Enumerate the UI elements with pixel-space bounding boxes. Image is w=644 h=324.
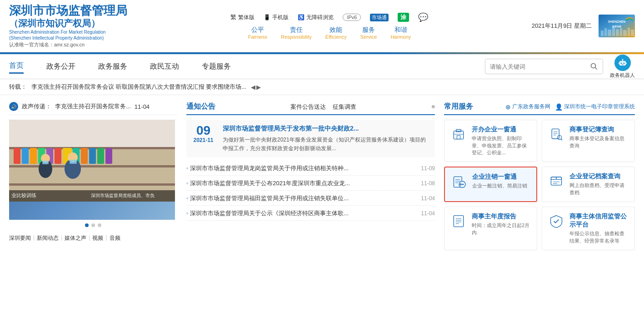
svg-rect-70 [454,216,463,227]
guangdong-icon: ⊕ [505,103,511,111]
dot-3[interactable] [98,223,101,227]
seal-label: 深圳市统一电子印章管理系统 [564,103,635,111]
news-item-3-text[interactable]: 深圳市市场监督管理局福田监管局关于停用或注销失联单位... [186,194,416,202]
open-enterprise-icon [450,126,467,143]
nav-citizen-interact[interactable]: 政民互动 [150,60,179,73]
svg-rect-14 [619,61,626,66]
mobile-label: 手机版 [272,14,289,21]
svg-rect-5 [608,30,611,36]
service-card-credit-platform[interactable]: 商事主体信用监管公示平台 年报公示信息、抽查检查结果、经营异常名录等 [542,207,635,250]
featured-news[interactable]: 09 2021-11 深圳市场监督管理局关于发布第一批中央财政2... 为做好第… [186,120,435,157]
service-archive-query-info: 企业登记档案查询 网上自助查档、受理申请查档 [569,172,629,196]
logo-area: 深圳市市场监督管理局 （深圳市知识产权局） Shenzhen Administr… [9,4,127,48]
dot-1[interactable] [85,223,89,227]
svg-rect-36 [89,148,96,164]
svg-point-12 [591,64,596,68]
svg-rect-44 [42,161,49,164]
value-responsibility-cn: 责任 [290,26,303,34]
middle-column: 通知公告 案件公告送达 征集调查 ≡ 09 2021-11 深圳市场监督管理局关… [177,102,444,250]
traditional-btn[interactable]: 繁 繁体版 [230,13,255,21]
news-item-4-text[interactable]: 深圳市市场监督管理局关于公示《深圳经济特区商事主体歌... [186,209,416,218]
nav-gov-open[interactable]: 政务公开 [46,60,75,73]
tu-btn[interactable]: 涂 [398,13,409,22]
nav-special-service[interactable]: 专题服务 [202,60,231,73]
ticker-next[interactable]: ▶ [256,84,261,91]
svg-rect-17 [622,64,624,65]
accessible-btn[interactable]: ♿ 无障碍浏览 [298,14,334,21]
service-credit-platform-desc: 年报公示信息、抽查检查结果、经营异常名录等 [569,230,629,244]
bottom-links: 深圳要闻 | 新闻动态 | 媒体之声 | 视频 | 音频 [9,231,177,242]
svg-rect-25 [9,165,175,167]
dot-2[interactable] [91,223,95,227]
ticker-text[interactable]: 李克强主持召开国务院常务会议 听取国务院第八次大督查情况汇报 要求围绕市场... [31,83,246,91]
service-enterprise-cancel-name: 企业注销一窗通 [472,173,531,181]
mobile-btn[interactable]: 📱 手机版 [264,14,289,21]
value-harmony: 和谐 Harmony [390,26,411,40]
news-image-top: 业比较训练 深圳市场监督局党组成员、市负 [9,120,175,220]
tab-case-notice[interactable]: 案件公告送达 [290,103,326,111]
link-news-updates[interactable]: 新闻动态 [37,234,59,242]
enterprise-cancel-icon [450,173,468,190]
svg-rect-21 [626,62,627,64]
svg-rect-26 [9,183,175,186]
featured-title[interactable]: 深圳市场监督管理局关于发布第一批中央财政2... [223,124,430,133]
ext-link-seal[interactable]: 👤 深圳市统一电子印章管理系统 [555,103,635,111]
ext-links: ⊕ 广东政务服务网 👤 深圳市统一电子印章管理系统 [505,103,635,111]
wechat-btn[interactable]: 💬 [418,12,428,22]
news-item-2-text[interactable]: 深圳市市场监督管理局关于公布2021年度深圳市重点农业龙... [186,179,416,187]
accessible-label: 无障碍浏览 [306,14,334,21]
svg-rect-3 [601,30,604,36]
tab-survey[interactable]: 征集调查 [333,103,356,111]
service-card-archive-query[interactable]: 企业登记档案查询 网上自助查档、受理申请查档 [542,167,635,202]
news-item-1-text[interactable]: 深圳市市场监督管理局龙岗监管局关于停用或注销相关特种... [186,164,416,172]
nav-items: 首页 政务公开 政务服务 政民互动 专题服务 [9,59,485,74]
service-open-enterprise-info: 开办企业一窗通 申请营业执照、刻制印章、申领发票、员工参保登记、公积金... [472,126,531,156]
service-card-open-enterprise[interactable]: 开办企业一窗通 申请营业执照、刻制印章、申领发票、员工参保登记、公积金... [444,120,537,162]
ticker-arrows: ◀ ▶ [251,84,261,91]
credit-platform-icon [548,213,565,230]
main-nav: 首页 政务公开 政务服务 政民互动 专题服务 政务 [0,54,644,79]
service-open-enterprise-name: 开办企业一窗通 [472,126,531,134]
svg-text:SHENZHEN: SHENZHEN [608,20,626,23]
top-center: 繁 繁体版 📱 手机版 ♿ 无障碍浏览 IPv6 市场通 涂 💬 [230,12,428,40]
value-service-cn: 服务 [362,26,375,34]
shitong-btn[interactable]: 市场通 [370,14,389,21]
ticker-prefix: 转载： [9,83,27,91]
link-media-voice[interactable]: 媒体之声 [65,234,86,242]
mobile-icon: 📱 [264,14,270,20]
link-audio[interactable]: 音频 [110,234,120,242]
ext-link-guangdong[interactable]: ⊕ 广东政务服务网 [505,103,550,111]
value-harmony-cn: 和谐 [394,26,407,34]
voice-ticker-date: 11-04 [135,103,150,110]
ticker-prev[interactable]: ◀ [251,84,255,91]
svg-rect-28 [22,148,29,164]
service-card-annual-report[interactable]: 商事主年度报告 时间：成立周年之日起2月内 [444,207,537,250]
search-button[interactable] [585,59,603,74]
service-card-business-query[interactable]: 商事登记簿查询 商事主体登记及备案信息查询 [542,120,635,162]
service-archive-query-name: 企业登记档案查询 [569,172,629,181]
top-right-area: 2021年11月9日 星期二 SHENZHEN 政府在线 [532,15,635,37]
shenzhen-logo: SHENZHEN 政府在线 [599,15,635,37]
value-service: 服务 Service [360,26,377,40]
voice-icon[interactable]: 🔊 [9,102,18,111]
link-shenzhen-news[interactable]: 深圳要闻 [9,234,31,242]
left-column: 🔊 政声传递： 李克强主持召开国务院常务... 11-04 [9,102,177,250]
search-input[interactable] [485,63,585,70]
nav-gov-service[interactable]: 政务服务 [98,60,127,73]
service-card-enterprise-cancel[interactable]: 企业注销一窗通 企业一般注销、简易注销 [444,167,537,202]
robot-button[interactable]: 政务机器人 [610,55,635,79]
voice-ticker-text[interactable]: 李克强主持召开国务院常务... [55,102,131,111]
date-display: 2021年11月9日 星期二 [532,22,592,30]
service-open-enterprise-desc: 申请营业执照、刻制印章、申领发票、员工参保登记、公积金... [472,135,531,156]
featured-date: 09 2021-11 [191,124,216,153]
more-icon[interactable]: ≡ [431,103,435,110]
service-business-query-desc: 商事主体登记及备案信息查询 [569,135,629,149]
link-video[interactable]: 视频 [92,234,103,242]
ipv6-badge[interactable]: IPv6 [343,14,361,21]
value-service-en: Service [360,34,377,40]
nav-home[interactable]: 首页 [9,59,24,74]
business-query-icon [548,126,565,143]
news-item-2-date: 11-08 [421,180,435,187]
news-image-area[interactable]: 业比较训练 深圳市场监督局党组成员、市负 [9,120,175,220]
robot-icon [614,55,631,71]
